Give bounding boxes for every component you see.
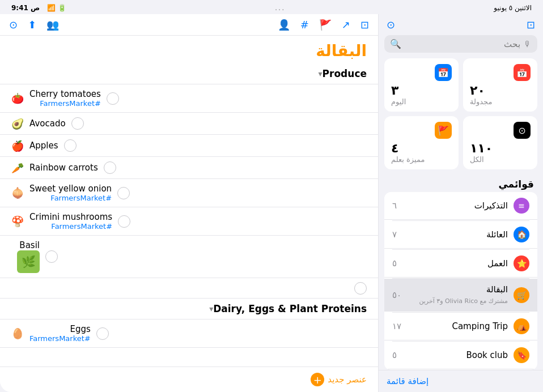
dairy-section-title: Dairy, Eggs & Plant Proteins [213,303,367,314]
dairy-section-header[interactable]: ▾ Dairy, Eggs & Plant Proteins [0,299,378,319]
mic-icon[interactable]: 🎙 [524,40,532,49]
item-emoji: 🥕 [11,162,24,174]
list-count-reminders: ٦ [392,201,397,211]
list-name-work: العمل [487,258,508,269]
more-icon[interactable]: ⊙ [387,19,395,31]
list-item: Apples 🍎 [0,135,378,157]
item-name: Sweet yellow onion [29,184,112,194]
today-icon: 📅 [435,64,452,81]
list-name-family: العائلة [486,229,508,240]
sidebar-item-bookclub[interactable]: 🔖 Book club ٥ [384,342,537,369]
add-item-button[interactable]: عنصر جديد + [311,373,367,386]
sidebar-item-reminders[interactable]: ≡ التذكيرات ٦ [384,192,537,220]
smart-card-scheduled[interactable]: 📅 ٢٠ مجدولة [463,58,537,112]
item-tag: #FarmersMarket [29,194,112,202]
item-name: Cherry tomatoes [29,89,101,99]
item-checkbox[interactable] [107,92,119,105]
list-icon-reminders: ≡ [514,198,529,214]
all-icon: ⊙ [514,122,531,139]
sidebar-toggle-icon[interactable]: ⊡ [527,19,535,31]
sidebar-item-grocery[interactable]: 🛒 البقالة مشترك مع Olivia Rico و٣ آخرين … [384,279,537,312]
smart-lists-row-2: 🚩 ٤ مميزة بعلم ⊙ ١١٠ الكل [379,116,543,174]
item-checkbox[interactable] [71,117,84,130]
search-bar[interactable]: 🎙 🔍 [384,35,537,53]
item-name: Avocado [29,118,66,129]
note-bottom-bar: عنصر جديد + [0,367,378,392]
list-count-grocery: ٥٠ [392,290,401,300]
item-thumbnail: 🌿 [17,250,40,273]
item-emoji: 🍎 [11,140,24,152]
today-count: ٣ [391,83,398,97]
item-checkbox[interactable] [45,250,58,263]
more-options-icon[interactable]: ⊙ [9,19,18,31]
sidebar-panel: ⊙ ⊡ 🎙 🔍 📅 ٣ اليوم 📅 ٢٠ [379,14,543,392]
status-date: الاثنين ٥ يونيو [494,4,532,12]
today-label: اليوم [391,97,406,106]
list-name-camping: Camping Trip [452,321,508,331]
item-name: Rainbow carrots [29,163,98,173]
person-icon[interactable]: 👤 [278,19,290,31]
smart-lists-row: 📅 ٣ اليوم 📅 ٢٠ مجدولة [379,58,543,116]
list-name-reminders: التذكيرات [474,201,508,211]
scheduled-label: مجدولة [470,97,492,106]
produce-section-header[interactable]: ▾ Produce [0,63,378,84]
item-tag: #FarmersMarket [29,99,101,108]
list-item: Rainbow carrots 🥕 [0,157,378,179]
item-emoji: 🥑 [11,118,24,130]
note-detail-panel: ⊙ ⬆ 👥 👤 # 🚩 ↗ ⊡ البقالة ▾ Produce [0,14,379,392]
item-emoji: 🍅 [11,92,24,104]
all-label: الكل [470,155,484,164]
list-icon-bookclub: 🔖 [514,347,529,363]
sidebar-item-work[interactable]: ⭐ العمل ٥ [384,250,537,278]
template-icon[interactable]: ⊡ [360,19,369,31]
item-checkbox[interactable] [117,187,130,199]
list-count-bookclub: ٥ [392,350,397,360]
note-toolbar: ⊙ ⬆ 👥 👤 # 🚩 ↗ ⊡ [0,14,378,36]
item-checkbox[interactable] [96,327,109,340]
list-icon-grocery: 🛒 [514,287,529,303]
flag-icon[interactable]: 🚩 [319,19,332,31]
list-count-family: ٧ [392,229,397,240]
item-checkbox[interactable] [118,215,130,228]
list-icon-family: 🏠 [514,227,529,242]
sidebar-item-camping[interactable]: ⛺ Camping Trip ١٧ [384,313,537,340]
list-item: Avocado 🥑 [0,113,378,135]
lists-container: ≡ التذكيرات ٦ 🏠 العائلة ٧ [384,192,537,370]
add-list-button[interactable]: إضافة قائمة [387,376,429,386]
list-item: Cherry tomatoes #FarmersMarket 🍅 [0,84,378,113]
item-name: Apples [29,140,58,151]
empty-item [0,278,378,299]
list-count-camping: ١٧ [392,321,401,331]
smart-card-today[interactable]: 📅 ٣ اليوم [384,58,459,112]
collaborators-icon[interactable]: 👥 [46,19,59,31]
item-checkbox[interactable] [354,282,367,295]
list-name-bookclub: Book club [466,350,508,360]
add-item-label: عنصر جديد [328,374,367,385]
share-icon[interactable]: ⬆ [28,19,36,31]
scheduled-count: ٢٠ [470,83,485,97]
item-checkbox[interactable] [64,139,77,152]
list-name-grocery: البقالة [419,284,508,295]
sidebar-item-family[interactable]: 🏠 العائلة ٧ [384,221,537,249]
list-item: Crimini mushrooms #FarmersMarket 🍄 [0,207,378,236]
status-bar: 9:41 ص 📶 🔋 ... الاثنين ٥ يونيو [0,0,543,14]
search-input[interactable] [405,39,520,49]
flagged-count: ٤ [391,141,398,155]
list-item: Sweet yellow onion #FarmersMarket 🧅 [0,179,378,207]
chevron-down-icon: ▾ [209,304,213,313]
item-checkbox[interactable] [104,161,116,174]
item-tag: #FarmersMarket [29,334,91,343]
hashtag-icon[interactable]: # [300,19,309,31]
smart-card-flagged[interactable]: 🚩 ٤ مميزة بعلم [384,116,459,169]
item-name: Crimini mushrooms [29,212,112,222]
chevron-down-icon: ▾ [319,69,323,78]
all-count: ١١٠ [470,141,493,155]
item-emoji: 🧅 [11,187,24,199]
flagged-icon: 🚩 [435,122,452,139]
search-icon: 🔍 [390,39,401,49]
list-count-work: ٥ [392,258,397,269]
smart-card-all[interactable]: ⊙ ١١٠ الكل [463,116,537,169]
send-icon[interactable]: ↗ [342,19,350,31]
item-emoji: 🥚 [11,327,24,339]
list-icon-work: ⭐ [514,255,529,271]
